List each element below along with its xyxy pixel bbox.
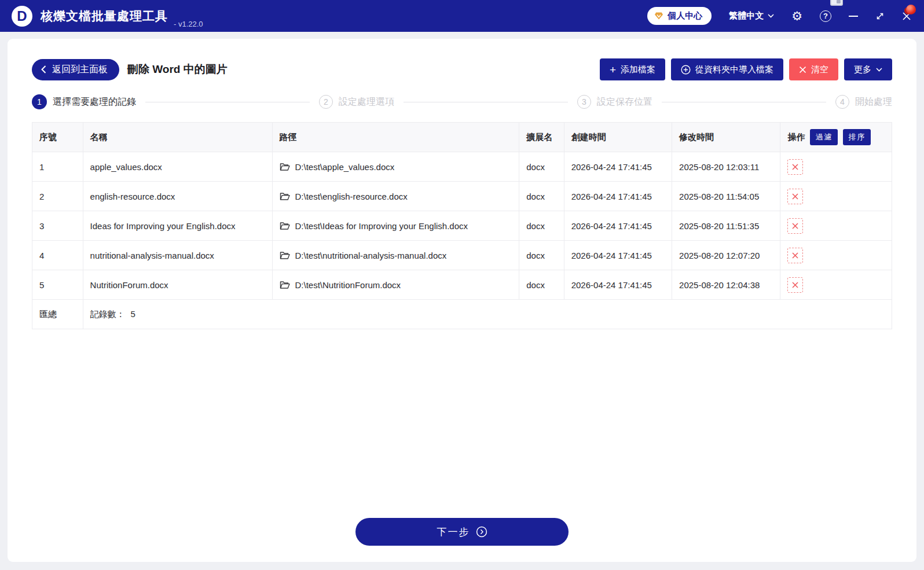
gem-icon bbox=[654, 12, 663, 20]
step-2-number: 2 bbox=[319, 95, 333, 109]
next-step-button[interactable]: 下一步 bbox=[355, 518, 569, 546]
circle-plus-icon bbox=[681, 65, 691, 75]
folder-icon bbox=[280, 281, 290, 289]
filter-button[interactable]: 過濾 bbox=[810, 129, 838, 145]
header-name: 名稱 bbox=[83, 123, 272, 152]
step-4-label: 開始處理 bbox=[855, 96, 892, 108]
step-2-label: 設定處理選項 bbox=[339, 96, 394, 108]
chevron-left-icon bbox=[41, 65, 46, 73]
plus-icon: + bbox=[610, 64, 616, 75]
delete-row-button[interactable] bbox=[787, 189, 803, 204]
cell-actions bbox=[780, 241, 892, 270]
cell-path: D:\test\apple_values.docx bbox=[272, 152, 519, 182]
empty-space bbox=[32, 329, 892, 518]
summary-text: 記錄數：5 bbox=[83, 300, 892, 329]
import-from-folder-label: 從資料夾中導入檔案 bbox=[695, 64, 773, 75]
back-to-dashboard-button[interactable]: 返回到主面板 bbox=[32, 59, 119, 80]
delete-row-button[interactable] bbox=[787, 277, 803, 293]
table-row[interactable]: 1 apple_values.docx D:\test\apple_values… bbox=[32, 152, 892, 182]
delete-x-icon bbox=[791, 252, 799, 259]
cell-name: apple_values.docx bbox=[83, 152, 272, 182]
delete-x-icon bbox=[791, 222, 799, 230]
step-1-select-records: 1 選擇需要處理的記錄 bbox=[32, 94, 136, 109]
delete-x-icon bbox=[791, 163, 799, 171]
step-indicator: 1 選擇需要處理的記錄 2 設定處理選項 3 設定保存位置 4 開始處理 bbox=[32, 94, 892, 109]
header-index: 序號 bbox=[32, 123, 83, 152]
app-version: - v1.22.0 bbox=[174, 20, 203, 32]
more-button[interactable]: 更多 bbox=[844, 58, 892, 80]
table-row[interactable]: 2 english-resource.docx D:\test\english-… bbox=[32, 182, 892, 211]
cell-actions bbox=[780, 211, 892, 241]
cell-path: D:\test\nutritional-analysis-manual.docx bbox=[272, 241, 519, 270]
cell-modified: 2025-08-20 12:03:11 bbox=[672, 152, 780, 182]
summary-count: 5 bbox=[131, 309, 135, 319]
cell-modified: 2025-08-20 11:54:05 bbox=[672, 182, 780, 211]
cell-modified: 2025-08-20 12:07:20 bbox=[672, 241, 780, 270]
cell-ext: docx bbox=[519, 182, 564, 211]
table-row[interactable]: 3 Ideas for Improving your English.docx … bbox=[32, 211, 892, 241]
cell-index: 5 bbox=[32, 270, 83, 300]
table-row[interactable]: 5 NutritionForum.docx D:\test\NutritionF… bbox=[32, 270, 892, 300]
import-from-folder-button[interactable]: 從資料夾中導入檔案 bbox=[671, 58, 783, 80]
header-path: 路徑 bbox=[272, 123, 519, 152]
step-3-label: 設定保存位置 bbox=[597, 96, 652, 108]
close-button[interactable] bbox=[902, 12, 911, 21]
cell-created: 2026-04-24 17:41:45 bbox=[564, 241, 672, 270]
delete-row-button[interactable] bbox=[787, 248, 803, 263]
step-connector bbox=[662, 102, 826, 102]
step-connector bbox=[145, 102, 310, 102]
folder-icon bbox=[280, 222, 290, 230]
clear-button[interactable]: 清空 bbox=[789, 58, 838, 80]
header-actions: 操作 過濾 排序 bbox=[780, 123, 892, 152]
header-ext: 擴展名 bbox=[519, 123, 564, 152]
clear-label: 清空 bbox=[811, 64, 828, 75]
step-3-number: 3 bbox=[577, 95, 591, 109]
delete-x-icon bbox=[791, 281, 799, 289]
step-4-start-processing: 4 開始處理 bbox=[835, 95, 892, 109]
header-actions-label: 操作 bbox=[787, 132, 805, 143]
settings-button[interactable]: ⚙ bbox=[791, 10, 802, 22]
cell-created: 2026-04-24 17:41:45 bbox=[564, 152, 672, 182]
titlebar: D 核爍文檔批量處理工具 - v1.22.0 個人中心 繁體中文 ⚙ ? bbox=[0, 0, 924, 32]
x-icon bbox=[799, 66, 806, 73]
add-files-button[interactable]: + 添加檔案 bbox=[600, 58, 665, 80]
cell-actions bbox=[780, 270, 892, 300]
delete-row-button[interactable] bbox=[787, 159, 803, 175]
table-row[interactable]: 4 nutritional-analysis-manual.docx D:\te… bbox=[32, 241, 892, 270]
step-connector bbox=[404, 102, 568, 102]
cell-created: 2026-04-24 17:41:45 bbox=[564, 211, 672, 241]
circle-arrow-right-icon bbox=[476, 526, 487, 538]
app-title: 核爍文檔批量處理工具 bbox=[41, 8, 168, 24]
file-table: 序號 名稱 路徑 擴展名 創建時間 修改時間 操作 過濾 排序 1 bbox=[32, 122, 892, 329]
red-pin-decoration bbox=[906, 5, 916, 14]
cell-created: 2026-04-24 17:41:45 bbox=[564, 270, 672, 300]
step-1-number: 1 bbox=[32, 94, 47, 109]
user-center-label: 個人中心 bbox=[668, 10, 702, 21]
cell-path: D:\test\english-resource.docx bbox=[272, 182, 519, 211]
cell-name: english-resource.docx bbox=[83, 182, 272, 211]
sort-button[interactable]: 排序 bbox=[843, 129, 871, 145]
step-3-save-location: 3 設定保存位置 bbox=[577, 95, 652, 109]
cell-path: D:\test\NutritionForum.docx bbox=[272, 270, 519, 300]
cell-name: Ideas for Improving your English.docx bbox=[83, 211, 272, 241]
cell-ext: docx bbox=[519, 270, 564, 300]
maximize-button[interactable] bbox=[875, 12, 885, 21]
cell-modified: 2025-08-20 12:04:38 bbox=[672, 270, 780, 300]
step-4-number: 4 bbox=[835, 95, 849, 109]
cell-actions bbox=[780, 152, 892, 182]
back-button-label: 返回到主面板 bbox=[52, 64, 108, 76]
header-created: 創建時間 bbox=[564, 123, 672, 152]
delete-row-button[interactable] bbox=[787, 218, 803, 234]
cell-ext: docx bbox=[519, 152, 564, 182]
gear-icon: ⚙ bbox=[791, 10, 802, 22]
minimize-icon bbox=[849, 16, 858, 17]
cell-index: 3 bbox=[32, 211, 83, 241]
table-header-row: 序號 名稱 路徑 擴展名 創建時間 修改時間 操作 過濾 排序 bbox=[32, 123, 892, 152]
more-label: 更多 bbox=[854, 64, 871, 75]
cell-ext: docx bbox=[519, 241, 564, 270]
language-selector[interactable]: 繁體中文 bbox=[729, 10, 774, 21]
help-button[interactable]: ? bbox=[820, 10, 831, 22]
add-files-label: 添加檔案 bbox=[621, 64, 655, 75]
minimize-button[interactable] bbox=[849, 16, 858, 17]
user-center-button[interactable]: 個人中心 bbox=[647, 7, 712, 25]
